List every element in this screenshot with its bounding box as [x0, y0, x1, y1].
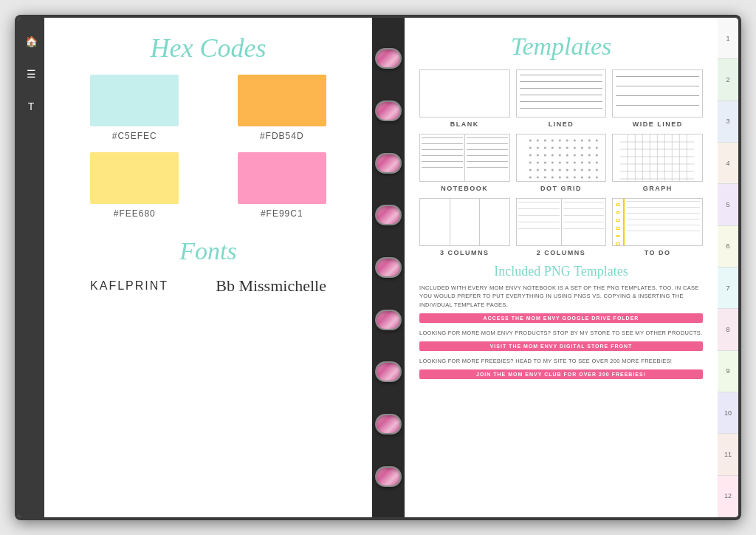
hex-codes-title: Hex Codes: [66, 33, 350, 64]
svg-point-2: [543, 140, 546, 142]
ring-2: [375, 100, 402, 121]
preview-lined: [516, 69, 607, 117]
preview-todo: [612, 198, 703, 246]
right-page: Templates BLANK LINED: [405, 18, 718, 517]
notebook-inner: 🏠 ☰ T Hex Codes #C5EFEC #FDB54D #FEE680: [18, 18, 738, 517]
ring-4: [375, 205, 402, 225]
ring-7: [375, 361, 402, 382]
svg-point-55: [566, 177, 568, 179]
tab-6[interactable]: 6: [718, 226, 738, 268]
svg-point-32: [543, 162, 546, 164]
template-2col: 2 COLUMNS: [516, 198, 607, 256]
svg-point-22: [543, 154, 546, 157]
svg-point-3: [551, 140, 553, 142]
tab-2[interactable]: 2: [718, 59, 738, 100]
ring-9: [375, 466, 402, 487]
png-description: Included with every Mom Envy Notebook is…: [419, 284, 703, 309]
spine: [372, 18, 405, 517]
color-swatches: #C5EFEC #FDB54D #FEE680 #FE99C1: [66, 75, 350, 219]
svg-point-31: [536, 162, 538, 164]
ring-3: [375, 153, 402, 174]
ring-1: [375, 48, 402, 69]
list-icon[interactable]: ☰: [22, 65, 40, 83]
swatch-color-3: [90, 152, 179, 204]
font-sample-kaflprint: KAFLPRINT: [90, 279, 168, 293]
svg-point-1: [536, 140, 538, 142]
tab-5[interactable]: 5: [718, 184, 738, 225]
svg-point-40: [529, 169, 531, 171]
swatch-label-2: #FDB54D: [260, 131, 304, 141]
right-tabs: 1 2 3 4 5 6 7 8 9 10 11 12: [718, 18, 738, 517]
templates-title: Templates: [419, 33, 703, 61]
svg-point-30: [529, 162, 531, 164]
svg-point-14: [558, 147, 560, 149]
tab-3[interactable]: 3: [718, 101, 738, 143]
tab-10[interactable]: 10: [718, 392, 738, 434]
svg-point-6: [573, 140, 575, 142]
svg-point-49: [595, 169, 597, 171]
svg-point-59: [595, 177, 597, 179]
club-join-button[interactable]: JOIN THE MOM ENVY CLUB FOR OVER 200 FREE…: [419, 369, 703, 379]
svg-point-28: [588, 154, 590, 157]
svg-point-29: [595, 154, 597, 157]
home-icon[interactable]: 🏠: [22, 33, 40, 50]
svg-point-20: [529, 154, 531, 157]
drive-folder-button[interactable]: ACCESS THE MOM ENVY GOOGLE DRIVE FOLDER: [419, 313, 703, 323]
svg-point-46: [573, 169, 575, 171]
swatch-label-4: #FE99C1: [261, 208, 303, 219]
template-notebook: NOTEBOOK: [419, 134, 510, 192]
tab-7[interactable]: 7: [718, 268, 738, 309]
tab-9[interactable]: 9: [718, 351, 738, 392]
fonts-title: Fonts: [66, 237, 350, 265]
svg-point-8: [588, 140, 590, 142]
preview-2col: [516, 198, 607, 246]
template-todo: TO DO: [612, 198, 703, 256]
template-graph: GRAPH: [612, 134, 703, 192]
svg-point-33: [551, 162, 553, 164]
label-3col: 3 COLUMNS: [440, 249, 489, 256]
svg-point-26: [573, 154, 575, 157]
svg-point-53: [551, 177, 553, 179]
ring-5: [375, 257, 402, 278]
svg-point-9: [595, 140, 597, 142]
preview-graph: [612, 134, 703, 182]
svg-point-50: [529, 177, 531, 179]
swatch-color-1: [90, 75, 179, 126]
template-blank: BLANK: [419, 69, 510, 128]
outer-frame: 🏠 ☰ T Hex Codes #C5EFEC #FDB54D #FEE680: [15, 15, 741, 520]
svg-point-24: [558, 154, 560, 157]
svg-point-54: [558, 177, 560, 179]
tab-1[interactable]: 1: [718, 18, 738, 59]
svg-point-7: [580, 140, 583, 142]
template-wide-lined: WIDE LINED: [612, 69, 703, 128]
svg-point-18: [588, 147, 590, 149]
ring-6: [375, 310, 402, 330]
label-wide-lined: WIDE LINED: [633, 120, 683, 128]
png-templates-title: Included PNG Templates: [419, 264, 703, 279]
svg-point-25: [566, 154, 568, 157]
preview-blank: [419, 69, 510, 117]
text-icon[interactable]: T: [22, 98, 40, 115]
tab-8[interactable]: 8: [718, 309, 738, 350]
preview-wide-lined: [612, 69, 703, 117]
label-2col: 2 COLUMNS: [537, 249, 586, 256]
font-samples: KAFLPRINT Bb Missmichelle: [66, 276, 350, 296]
svg-point-41: [536, 169, 538, 171]
freebies-promo-text: LOOKING FOR MORE FREEBIES? HEAD TO MY SI…: [419, 357, 703, 365]
tab-12[interactable]: 12: [718, 476, 738, 517]
svg-point-48: [588, 169, 590, 171]
preview-3col: [419, 198, 510, 246]
png-section: Included PNG Templates Included with eve…: [419, 264, 703, 379]
swatch-label-3: #FEE680: [114, 208, 156, 219]
svg-point-19: [595, 147, 597, 149]
svg-point-51: [536, 177, 538, 179]
tab-4[interactable]: 4: [718, 143, 738, 184]
label-graph: GRAPH: [643, 185, 673, 192]
template-dot-grid: DOT GRID: [516, 134, 607, 192]
svg-point-27: [580, 154, 583, 157]
tab-11[interactable]: 11: [718, 434, 738, 475]
svg-point-12: [543, 147, 546, 149]
template-3col: 3 COLUMNS: [419, 198, 510, 256]
store-front-button[interactable]: VISIT THE MOM ENVY DIGITAL STORE FRONT: [419, 341, 703, 351]
svg-point-21: [536, 154, 538, 157]
